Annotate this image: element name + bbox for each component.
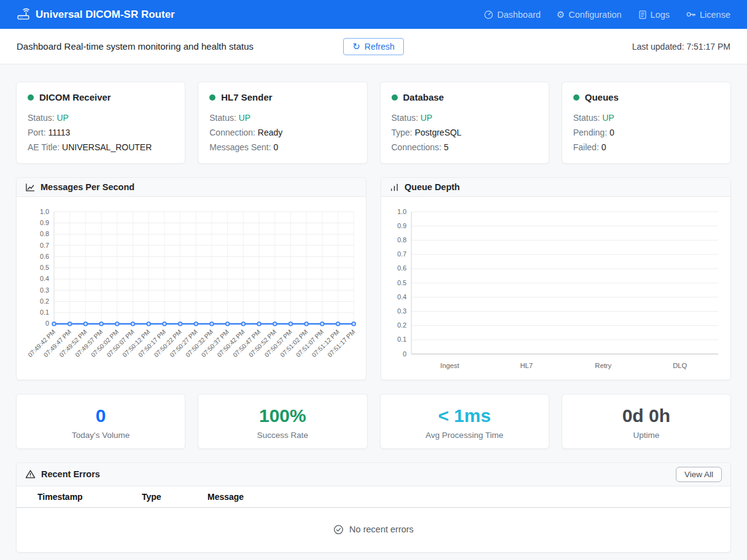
empty-state: No recent errors <box>17 508 730 552</box>
nav-item-dashboard[interactable]: Dashboard <box>484 10 541 20</box>
nav-item-license[interactable]: License <box>686 10 730 20</box>
nav-links: Dashboard ⚙ Configuration Logs <box>484 10 730 20</box>
panel-title: Messages Per Second <box>41 182 134 192</box>
nav-item-logs[interactable]: Logs <box>638 10 670 20</box>
status-line: Pending: 0 <box>573 125 719 140</box>
speedometer-icon <box>484 10 493 20</box>
stats-row: 0 Today's Volume 100% Success Rate < 1ms… <box>16 394 731 449</box>
recent-errors-panel: Recent Errors View All Timestamp Type Me… <box>16 462 731 553</box>
svg-text:Retry: Retry <box>595 362 611 369</box>
svg-text:0.3: 0.3 <box>40 286 49 294</box>
queue-depth-chart: 00.10.20.30.40.50.60.70.80.91.0IngestHL7… <box>381 197 730 380</box>
status-line: Failed: 0 <box>573 140 719 155</box>
nav-label-logs: Logs <box>651 10 670 20</box>
status-card-title: DICOM Receiver <box>39 92 111 102</box>
svg-text:0.1: 0.1 <box>40 309 49 316</box>
stat-card-uptime: 0d 0h Uptime <box>562 394 731 449</box>
status-dot <box>209 94 215 101</box>
status-dot <box>392 94 398 101</box>
status-card-title: Database <box>403 92 444 102</box>
stat-value: 0 <box>23 404 179 428</box>
status-line: AE Title: UNIVERSAL_ROUTER <box>28 140 174 155</box>
warning-icon <box>25 469 36 479</box>
line-chart-icon <box>25 183 35 192</box>
status-line: Status: UP <box>392 110 538 125</box>
svg-text:0: 0 <box>403 350 406 358</box>
stat-label: Success Rate <box>204 431 360 440</box>
column-header-timestamp: Timestamp <box>17 486 137 508</box>
svg-text:0.7: 0.7 <box>397 250 406 258</box>
svg-text:0.4: 0.4 <box>397 293 406 301</box>
svg-text:0.1: 0.1 <box>397 336 406 343</box>
status-line: Port: 11113 <box>28 125 174 140</box>
status-card-dicom-receiver: DICOM Receiver Status: UP Port: 11113 AE… <box>16 82 185 164</box>
stat-label: Uptime <box>568 431 724 440</box>
stat-label: Avg Processing Time <box>387 431 543 440</box>
nav-label-license: License <box>700 10 730 20</box>
svg-text:0.5: 0.5 <box>40 264 49 271</box>
status-card-hl7-sender: HL7 Sender Status: UP Connection: Ready … <box>198 82 367 164</box>
gear-icon: ⚙ <box>557 10 565 19</box>
app-brand[interactable]: Universal DICOM-SR Router <box>17 8 175 21</box>
status-card-title: Queues <box>585 92 619 102</box>
column-header-message: Message <box>203 486 730 508</box>
svg-text:0.6: 0.6 <box>40 253 49 260</box>
status-card-database: Database Status: UP Type: PostgreSQL Con… <box>380 82 549 164</box>
stat-card-avg-processing-time: < 1ms Avg Processing Time <box>380 394 549 449</box>
status-line: Status: UP <box>28 110 174 125</box>
nav-item-configuration[interactable]: ⚙ Configuration <box>557 10 622 20</box>
nav-label-configuration: Configuration <box>568 10 621 20</box>
status-card-title: HL7 Sender <box>221 92 272 102</box>
errors-table: Timestamp Type Message <box>17 486 730 508</box>
status-line: Connection: Ready <box>209 125 355 140</box>
journal-icon <box>638 10 647 20</box>
svg-text:0.5: 0.5 <box>397 279 406 286</box>
panel-title: Queue Depth <box>404 182 460 192</box>
page-header: Dashboard Real-time system monitoring an… <box>0 29 747 64</box>
svg-text:0.2: 0.2 <box>40 297 49 305</box>
messages-per-second-chart: 00.10.20.30.40.50.60.70.80.91.007:49:42 … <box>17 197 366 380</box>
check-circle-icon <box>333 524 344 535</box>
status-dot <box>573 94 579 101</box>
svg-text:0.4: 0.4 <box>40 275 49 282</box>
status-line: Status: UP <box>573 110 719 125</box>
top-navbar: Universal DICOM-SR Router Dashboard ⚙ Co… <box>0 0 747 29</box>
svg-text:0.3: 0.3 <box>397 307 406 315</box>
charts-row: Messages Per Second 00.10.20.30.40.50.60… <box>16 177 731 380</box>
nav-label-dashboard: Dashboard <box>497 10 541 20</box>
bar-chart-icon <box>390 183 399 192</box>
last-updated: Last updated: 7:51:17 PM <box>404 42 730 52</box>
status-cards-row: DICOM Receiver Status: UP Port: 11113 AE… <box>16 82 731 164</box>
refresh-button[interactable]: ↻ Refresh <box>343 38 404 55</box>
view-all-button[interactable]: View All <box>676 467 722 482</box>
svg-text:0.9: 0.9 <box>40 219 49 226</box>
status-line: Connections: 5 <box>392 140 538 155</box>
column-header-type: Type <box>137 486 203 508</box>
panel-title: Recent Errors <box>41 469 100 479</box>
router-icon <box>17 8 30 21</box>
stat-value: < 1ms <box>387 404 543 428</box>
main-content: DICOM Receiver Status: UP Port: 11113 AE… <box>0 64 747 560</box>
queue-depth-panel: Queue Depth 00.10.20.30.40.50.60.70.80.9… <box>381 177 731 380</box>
svg-text:0.6: 0.6 <box>397 264 406 272</box>
key-icon <box>686 10 696 19</box>
status-line: Messages Sent: 0 <box>209 140 355 155</box>
svg-text:0: 0 <box>45 320 49 327</box>
svg-text:Ingest: Ingest <box>440 362 460 369</box>
svg-text:0.8: 0.8 <box>397 236 406 244</box>
status-line: Status: UP <box>209 110 355 125</box>
stat-card-success-rate: 100% Success Rate <box>198 394 367 449</box>
empty-message: No recent errors <box>349 524 414 534</box>
refresh-icon: ↻ <box>352 42 360 51</box>
svg-text:1.0: 1.0 <box>397 208 406 215</box>
svg-text:HL7: HL7 <box>520 362 533 369</box>
stat-card-todays-volume: 0 Today's Volume <box>16 394 185 449</box>
svg-text:1.0: 1.0 <box>40 208 49 215</box>
status-line: Type: PostgreSQL <box>392 125 538 140</box>
refresh-label: Refresh <box>365 42 395 52</box>
svg-text:0.9: 0.9 <box>397 222 406 229</box>
svg-text:0.7: 0.7 <box>40 242 49 249</box>
status-dot <box>28 94 34 101</box>
svg-text:0.8: 0.8 <box>40 230 49 237</box>
app-title: Universal DICOM-SR Router <box>36 9 175 21</box>
